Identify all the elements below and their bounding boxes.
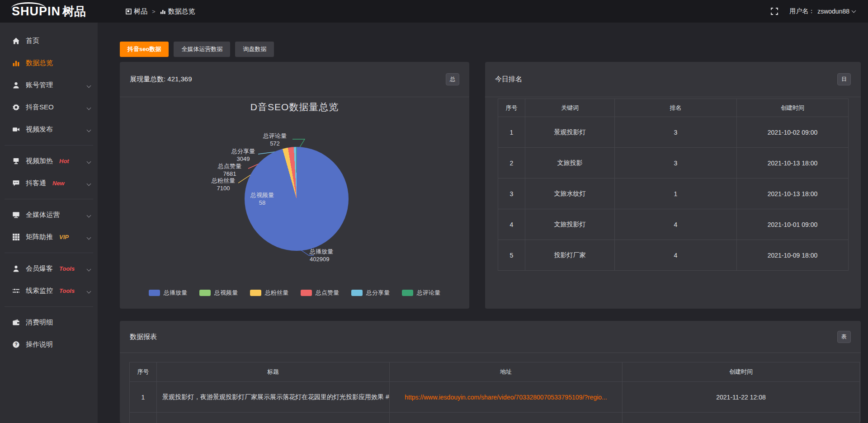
user-icon — [12, 81, 20, 89]
legend-label: 总播放量 — [164, 289, 187, 297]
sidebar-item-label: 首页 — [26, 37, 39, 45]
sidebar-item-label: 账号管理 — [26, 81, 53, 89]
legend-item-3[interactable]: 总点赞量 — [301, 289, 339, 297]
legend-label: 总点赞量 — [316, 289, 339, 297]
legend-swatch — [199, 290, 211, 296]
table-cell: 文旅投影灯 — [525, 209, 615, 240]
tab-1[interactable]: 全媒体运营数据 — [174, 42, 230, 57]
video-url-link[interactable]: https://www.iesdouyin.com/share/video/70… — [405, 394, 607, 401]
sidebar-item-15[interactable]: 消费明细 — [0, 311, 98, 334]
sidebar-item-16[interactable]: ?操作说明 — [0, 334, 98, 356]
table-cell: 4 — [615, 240, 737, 271]
legend-item-1[interactable]: 总视频量 — [199, 289, 238, 297]
app-root: SHUPIN 树品 树品 > 数据总览 用户名： zswodun88 — [0, 0, 868, 423]
table-cell: 1 — [615, 179, 737, 209]
sidebar-item-12[interactable]: 会员爆客Tools — [0, 258, 98, 280]
legend-item-4[interactable]: 总分享量 — [351, 289, 390, 297]
sidebar-item-1[interactable]: 数据总览 — [0, 52, 98, 74]
sidebar-item-10[interactable]: 矩阵助推VIP — [0, 226, 98, 248]
main-content: 抖音seo数据全媒体运营数据询盘数据 展现量总数: 421,369 总 D音SE… — [98, 23, 868, 423]
table-cell — [390, 413, 623, 423]
member-icon — [12, 265, 20, 273]
legend-swatch — [301, 290, 312, 296]
sidebar-item-label: 数据总览 — [26, 59, 53, 67]
sidebar-item-13[interactable]: 线索监控Tools — [0, 280, 98, 302]
tab-0[interactable]: 抖音seo数据 — [120, 42, 169, 57]
chart-legend: 总播放量总视频量总粉丝量总点赞量总分享量总评论量 — [120, 289, 469, 297]
sidebar-item-badge: Tools — [59, 265, 75, 272]
sidebar-item-4[interactable]: 视频发布 — [0, 118, 98, 141]
bar-chart-icon — [12, 59, 20, 67]
table-cell: 4 — [615, 209, 737, 240]
chevron-down-icon — [87, 267, 91, 272]
topbar-right: 用户名： zswodun88 — [770, 7, 868, 15]
fullscreen-icon[interactable] — [770, 7, 778, 15]
svg-text:?: ? — [14, 342, 17, 347]
day-badge-button[interactable]: 日 — [837, 73, 851, 85]
table-cell: 2021-10-02 09:00 — [737, 117, 849, 148]
chevron-down-icon — [87, 160, 91, 164]
sidebar-nav: 首页数据总览账号管理抖音SEO视频发布视频加热Hot抖客通New全媒体运营矩阵助… — [0, 23, 98, 423]
ranking-panel-title: 今日排名 — [495, 75, 522, 84]
table-badge-button[interactable]: 表 — [837, 331, 851, 343]
chevron-down-icon — [87, 289, 91, 294]
sidebar-item-6[interactable]: 视频加热Hot — [0, 150, 98, 172]
sidebar-item-0[interactable]: 首页 — [0, 30, 98, 52]
pie-label-0: 总播放量402909 — [310, 248, 359, 263]
breadcrumb-root[interactable]: 树品 — [126, 7, 147, 16]
sidebar-item-9[interactable]: 全媒体运营 — [0, 204, 98, 226]
logo[interactable]: SHUPIN 树品 — [0, 0, 98, 23]
chart-panel-header: 展现量总数: 421,369 总 — [120, 62, 469, 97]
logo-arc-decoration — [11, 2, 46, 9]
gear-icon — [12, 103, 20, 111]
chevron-down-icon — [852, 8, 856, 13]
sidebar-item-3[interactable]: 抖音SEO — [0, 96, 98, 118]
breadcrumb-root-label: 树品 — [134, 7, 147, 16]
sidebar-item-2[interactable]: 账号管理 — [0, 74, 98, 96]
breadcrumb: 树品 > 数据总览 — [126, 7, 195, 16]
legend-label: 总粉丝量 — [265, 289, 288, 297]
chart-panel: 展现量总数: 421,369 总 D音SEO数据量总览 总播放量402909总视… — [120, 62, 469, 309]
pie-label-name: 总点赞量 — [218, 163, 241, 169]
report-col-header: 标题 — [157, 362, 390, 382]
sidebar-item-label: 视频加热 — [26, 157, 53, 165]
report-time-cell: 2021-11-22 12:08 — [623, 382, 860, 413]
app-square-icon — [126, 9, 132, 14]
ranking-col-header: 排名 — [615, 99, 737, 117]
bar-chart-icon — [160, 9, 166, 14]
home-icon — [12, 37, 20, 45]
total-badge-button[interactable]: 总 — [446, 73, 459, 85]
pie-chart-area: D音SEO数据量总览 总播放量402909总视频量58总粉丝量7100总点赞量7… — [120, 97, 469, 309]
tab-2[interactable]: 询盘数据 — [235, 42, 274, 57]
user-menu[interactable]: 用户名： zswodun88 — [789, 7, 855, 15]
table-cell: 2 — [498, 148, 525, 179]
report-url-cell: https://www.iesdouyin.com/share/video/70… — [390, 382, 623, 413]
table-cell: 4 — [498, 209, 525, 240]
sidebar-divider — [5, 253, 93, 253]
pie-label-name: 总视频量 — [250, 192, 274, 198]
pie-label-2: 总粉丝量7100 — [202, 177, 245, 192]
grid-icon — [12, 233, 20, 241]
sidebar-item-label: 全媒体运营 — [26, 211, 60, 219]
legend-item-5[interactable]: 总评论量 — [402, 289, 440, 297]
report-index-cell: 1 — [130, 382, 157, 413]
question-icon: ? — [12, 341, 20, 348]
ranking-table-head: 序号关键词排名创建时间 — [498, 99, 849, 117]
chevron-down-icon — [87, 128, 91, 132]
table-cell: 5 — [498, 240, 525, 271]
table-cell: 文旅水纹灯 — [525, 179, 615, 209]
breadcrumb-current[interactable]: 数据总览 — [160, 7, 195, 16]
legend-swatch — [402, 290, 413, 296]
sliders-icon — [12, 287, 20, 295]
legend-item-0[interactable]: 总播放量 — [149, 289, 187, 297]
legend-item-2[interactable]: 总粉丝量 — [250, 289, 288, 297]
sidebar-item-label: 会员爆客 — [26, 264, 53, 273]
today-ranking-panel: 今日排名 日 序号关键词排名创建时间 1景观投影灯32021-10-02 09:… — [485, 62, 861, 309]
ranking-col-header: 序号 — [498, 99, 525, 117]
table-cell — [157, 413, 390, 423]
pie-label-value: 7100 — [202, 184, 245, 192]
pie-label-5: 总评论量572 — [254, 132, 296, 147]
sidebar-item-7[interactable]: 抖客通New — [0, 172, 98, 194]
pie-label-value: 572 — [254, 140, 296, 147]
report-col-header: 创建时间 — [623, 362, 860, 382]
